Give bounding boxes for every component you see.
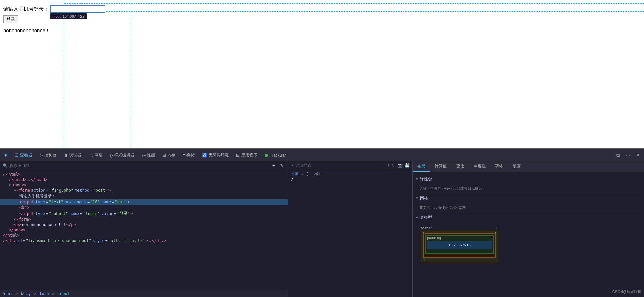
tree-node-br[interactable]: <br> xyxy=(0,205,288,210)
login-button[interactable]: 登录 xyxy=(3,15,18,23)
css-screenshot-btn[interactable]: 📷 xyxy=(397,163,403,168)
flexbox-label: 弹性盒 xyxy=(420,176,432,182)
grid-section-header[interactable]: ▼ 网格 xyxy=(415,194,641,202)
tree-node-body[interactable]: ▼ <body> xyxy=(0,182,288,188)
tree-node-html-close[interactable]: </html> xyxy=(0,233,288,238)
devtools-more-btn[interactable]: ··· xyxy=(623,151,633,160)
boxmodel-label: 盒模型 xyxy=(420,215,432,220)
layout-panel: ▼ 弹性盒 选择一个弹性 (Flex) 容器或项目以继续。 ▼ 网格 此页面上没… xyxy=(413,172,644,297)
css-save-btn[interactable]: 💾 xyxy=(404,163,410,168)
css-color-scheme-btn[interactable]: ☀ xyxy=(387,163,391,168)
tree-node-form[interactable]: ▼ <form action = "f14g.php" method = "po… xyxy=(0,188,288,193)
tab-performance[interactable]: ◎ 性能 xyxy=(139,151,158,159)
right-tab-layout[interactable]: 布局 xyxy=(413,161,430,172)
devtools-main: 🔍 + ✎ ▼ <html> ▶ <head> … </head> xyxy=(0,161,644,297)
html-panel: 🔍 + ✎ ▼ <html> ▶ <head> … </head> xyxy=(0,161,288,297)
right-panels: 布局 计算值 更改 兼容性 字体 动画 ▼ 弹性盒 选择一个弹性 (Flex) … xyxy=(413,161,644,297)
breadcrumb-body[interactable]: body xyxy=(21,291,31,296)
devtools-close-btn[interactable]: ✕ xyxy=(633,151,643,160)
input-tooltip: input 164.667 × 22 xyxy=(50,13,87,19)
html-search-input[interactable] xyxy=(10,163,269,168)
tab-hackbar[interactable]: HackBar xyxy=(261,152,289,159)
phone-label: 请输入手机号登录： xyxy=(3,6,49,12)
breadcrumb-input[interactable]: input xyxy=(58,291,70,296)
phone-input-wrapper: input 164.667 × 22 xyxy=(50,5,105,13)
html-tree: ▼ <html> ▶ <head> … </head> ▼ <body> xyxy=(0,170,288,290)
tree-node-form-close[interactable]: </form> xyxy=(0,217,288,222)
tree-node-html[interactable]: ▼ <html> xyxy=(0,172,288,177)
tree-node-body-close[interactable]: </body> xyxy=(0,227,288,233)
css-close-brace: } xyxy=(291,176,410,181)
devtools-panel: ☐ 查看器 ▷ 控制台 ⏸ 调试器 ↑↓ 网络 {} 样式编辑器 ◎ 性能 ⊞ … xyxy=(0,148,644,297)
tab-console[interactable]: ▷ 控制台 xyxy=(36,151,60,159)
breadcrumb-html[interactable]: html xyxy=(3,291,12,296)
css-panel-toolbar: ⊻ + ☀ ☾ 📷 💾 xyxy=(288,161,412,169)
hackbar-icon xyxy=(265,154,268,157)
tree-node-input-cnt[interactable]: <input type = "text" maxlength = "10" na… xyxy=(0,199,288,205)
tab-inspector[interactable]: ☐ 查看器 xyxy=(11,151,36,159)
flexbox-description: 选择一个弹性 (Flex) 容器或项目以继续。 xyxy=(415,185,641,194)
tab-storage[interactable]: ≡ 存储 xyxy=(179,151,198,159)
css-element-rule: 元素 ⁘ { 内联 xyxy=(291,171,410,176)
right-tab-computed[interactable]: 计算值 xyxy=(430,161,451,172)
tab-debugger[interactable]: ⏸ 调试器 xyxy=(60,151,85,159)
search-icon: 🔍 xyxy=(3,163,8,168)
page-paragraph: nonononononono!!!! xyxy=(3,27,641,33)
grid-description: 此页面上没有使用 CSS 网格 xyxy=(415,204,641,213)
flexbox-section-header[interactable]: ▼ 弹性盒 xyxy=(415,175,641,183)
right-tabs: 布局 计算值 更改 兼容性 字体 动画 xyxy=(413,161,644,172)
css-filter-input[interactable] xyxy=(295,163,377,168)
padding-label: padding xyxy=(427,236,441,240)
tab-network[interactable]: ↑↓ 网络 xyxy=(86,151,106,159)
right-tab-fonts[interactable]: 字体 xyxy=(490,161,508,172)
right-tab-changes[interactable]: 更改 xyxy=(451,161,469,172)
css-dark-mode-btn[interactable]: ☾ xyxy=(392,163,396,168)
html-add-node-btn[interactable]: + xyxy=(271,163,277,169)
devtools-undock-btn[interactable]: ⧉ xyxy=(613,151,623,160)
css-rules: 元素 ⁘ { 内联 } xyxy=(288,169,412,297)
content-size: 156.667×16 xyxy=(448,243,471,247)
breadcrumb-form[interactable]: form xyxy=(39,291,49,296)
grid-label: 网格 xyxy=(420,195,428,201)
css-toggle-dark-btn[interactable]: + xyxy=(383,163,385,168)
right-tab-animations[interactable]: 动画 xyxy=(508,161,525,172)
tab-accessibility[interactable]: ♿ 无障碍环境 xyxy=(199,151,232,159)
right-tab-compat[interactable]: 兼容性 xyxy=(469,161,490,172)
html-breadcrumb: html > body > form > input xyxy=(0,290,288,297)
tab-application[interactable]: ⊞ 应用程序 xyxy=(233,151,261,159)
box-model-container: margin 0 0 0 0 border 2 xyxy=(415,223,641,266)
margin-value: 0 xyxy=(496,226,498,230)
tooltip-size: 164.667 × 22 xyxy=(63,14,85,18)
css-pseudo-btn[interactable] xyxy=(379,165,381,166)
devtools-toolbar: ☐ 查看器 ▷ 控制台 ⏸ 调试器 ↑↓ 网络 {} 样式编辑器 ◎ 性能 ⊞ … xyxy=(0,149,644,161)
filter-icon: ⊻ xyxy=(291,163,294,167)
tree-node-input-submit[interactable]: <input type = "submit" name = "login" va… xyxy=(0,210,288,217)
tree-node-p[interactable]: <p> nonononononono!!!! </p> xyxy=(0,222,288,227)
phone-input[interactable] xyxy=(50,5,105,13)
html-search-bar: 🔍 + ✎ xyxy=(0,161,288,170)
html-edit-btn[interactable]: ✎ xyxy=(279,163,285,168)
csdn-watermark: CSDN@放屁堵机 xyxy=(612,289,641,294)
margin-label: margin xyxy=(421,226,433,230)
boxmodel-section-header[interactable]: ▼ 盒模型 xyxy=(415,213,641,222)
tab-style-editor[interactable]: {} 样式编辑器 xyxy=(107,151,138,159)
tree-node-head[interactable]: ▶ <head> … </head> xyxy=(0,177,288,182)
tab-memory[interactable]: ⊞ 内存 xyxy=(159,151,179,159)
tree-node-transmart[interactable]: ▶ <div id = "transmart-crx-shadow-root" … xyxy=(0,238,288,243)
css-panel: ⊻ + ☀ ☾ 📷 💾 元素 ⁘ { 内联 } xyxy=(288,161,413,297)
tooltip-tag: input xyxy=(53,14,61,18)
devtools-picker-btn[interactable] xyxy=(1,151,11,160)
padding-top-val: 1 xyxy=(490,236,492,240)
tree-node-text-label[interactable]: 请输入手机号登录： xyxy=(0,193,288,199)
